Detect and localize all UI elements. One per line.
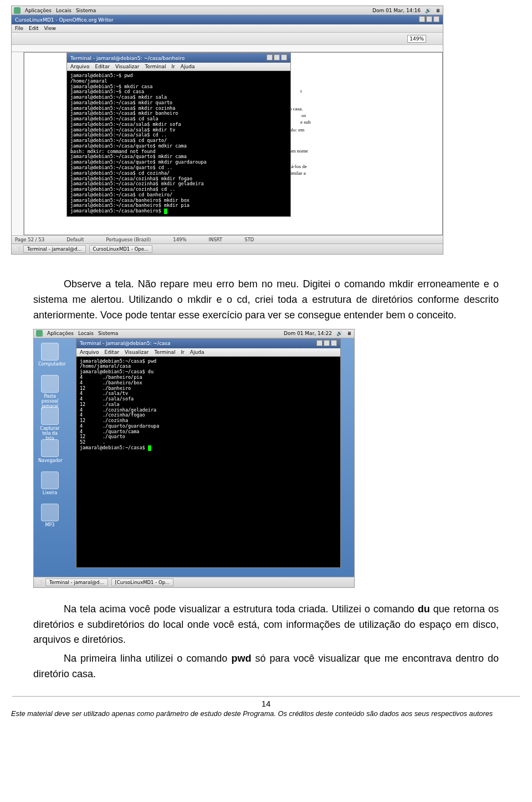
openoffice-statusbar: Page 52 / 53 Default Portuguese (Brazil)… bbox=[12, 235, 443, 243]
terminal-title: Terminal - jamaral@debian5: ~/casa/banhe… bbox=[70, 55, 185, 61]
show-desktop-icon[interactable]: ⬜ bbox=[14, 246, 20, 252]
terminal-titlebar: Terminal - jamaral@debian5: ~/casa bbox=[76, 339, 340, 348]
screenshot-1: Aplicações Locais Sistema Dom 01 Mar, 14… bbox=[11, 6, 443, 255]
text-fragment: Na tela acima você pode visualizar a est… bbox=[64, 603, 418, 615]
menu-places[interactable]: Locais bbox=[78, 331, 94, 336]
desktop-icon-label: Capturar tela da tela bbox=[40, 426, 59, 441]
oo-menu-file[interactable]: File bbox=[15, 26, 23, 31]
desktop-icon-home[interactable]: Pasta pessoal jamaral bbox=[38, 375, 62, 409]
desktop-icon-computer[interactable]: Computador bbox=[38, 343, 62, 367]
close-icon[interactable] bbox=[281, 54, 287, 60]
openoffice-titlebar: CursoLinuxMD1 - OpenOffice.org Writer bbox=[12, 15, 443, 24]
terminal-titlebar: Terminal - jamaral@debian5: ~/casa/banhe… bbox=[67, 53, 290, 63]
volume-icon[interactable]: 🔊 bbox=[425, 8, 431, 13]
close-icon[interactable] bbox=[331, 340, 337, 346]
terminal-window: Terminal - jamaral@debian5: ~/casa/banhe… bbox=[66, 53, 291, 217]
menu-system[interactable]: Sistema bbox=[76, 8, 96, 13]
terminal-output[interactable]: jamaral@debian5:~$ pwd /home/jamaral jam… bbox=[67, 71, 290, 216]
menu-places[interactable]: Locais bbox=[56, 8, 71, 13]
close-icon[interactable] bbox=[433, 16, 439, 22]
terminal-output[interactable]: jamaral@debian5:~/casa$ pwd /home/jamara… bbox=[76, 357, 340, 567]
gnome-taskbar: ⬜ Terminal - jamaral@d... [CursoLinuxMD1… bbox=[34, 577, 354, 587]
term-menu-arquivo[interactable]: Arquivo bbox=[80, 349, 99, 355]
term-menu-ajuda[interactable]: Ajuda bbox=[181, 64, 195, 69]
oo-menu-view[interactable]: View bbox=[44, 26, 56, 31]
gnome-top-panel: Aplicações Locais Sistema Dom 01 Mar, 14… bbox=[12, 6, 443, 15]
openoffice-ruler bbox=[12, 45, 443, 52]
command-pwd: pwd bbox=[231, 653, 251, 664]
maximize-icon[interactable] bbox=[426, 16, 432, 22]
status-style: Default bbox=[66, 237, 84, 242]
term-menu-ajuda[interactable]: Ajuda bbox=[190, 349, 204, 355]
desktop-icon-trash[interactable]: Lixeira bbox=[38, 471, 62, 495]
desktop-icon-mp3[interactable]: MP3 bbox=[38, 504, 62, 527]
taskbar-button-terminal[interactable]: Terminal - jamaral@d... bbox=[23, 245, 86, 253]
terminal-title: Terminal - jamaral@debian5: ~/casa bbox=[80, 341, 171, 346]
doc-fragment: plo: em bbox=[289, 127, 304, 133]
desktop-area: Computador Pasta pessoal jamaral Captura… bbox=[34, 338, 354, 577]
status-insert: INSRT bbox=[209, 237, 223, 242]
menu-applications[interactable]: Aplicações bbox=[47, 331, 74, 336]
command-du: du bbox=[418, 603, 430, 615]
term-menu-editar[interactable]: Editar bbox=[95, 64, 110, 69]
oo-menu-edit[interactable]: Edit bbox=[29, 26, 38, 31]
clock-label: Dom 01 Mar, 14:16 bbox=[372, 8, 421, 13]
desktop-icon-browser[interactable]: Navegador bbox=[38, 439, 62, 463]
doc-fragment: sá-los de bbox=[289, 164, 307, 169]
taskbar-button-writer[interactable]: CursoLinuxMD1 - Ope... bbox=[89, 245, 153, 253]
minimize-icon[interactable] bbox=[419, 16, 425, 22]
vertical-ruler bbox=[12, 52, 24, 235]
terminal-menubar: Arquivo Editar Visualizar Terminal Ir Aj… bbox=[67, 63, 290, 71]
desktop-icon-label: Computador bbox=[38, 362, 66, 367]
doc-fragment: r bbox=[300, 88, 302, 94]
paragraph-3: Na primeira linha utilizei o comando pwd… bbox=[33, 651, 499, 682]
doc-fragment: o casa. bbox=[289, 106, 303, 111]
monitor-icon[interactable]: 🖥 bbox=[347, 331, 352, 336]
gnome-foot-icon bbox=[14, 7, 21, 14]
term-menu-ir[interactable]: Ir bbox=[181, 349, 184, 355]
document-page: r o casa. os e sub plo: em com nome sá-l… bbox=[24, 52, 443, 235]
monitor-icon[interactable]: 🖥 bbox=[436, 8, 441, 13]
terminal-menubar: Arquivo Editar Visualizar Terminal Ir Aj… bbox=[76, 348, 340, 357]
term-menu-visualizar[interactable]: Visualizar bbox=[115, 64, 139, 69]
gnome-foot-icon bbox=[36, 330, 43, 337]
show-desktop-icon[interactable]: ⬜ bbox=[36, 580, 42, 585]
page-number: 14 bbox=[0, 699, 532, 708]
doc-fragment: os bbox=[301, 113, 306, 118]
menu-system[interactable]: Sistema bbox=[98, 331, 118, 336]
doc-fragment: imilar a bbox=[290, 170, 306, 176]
doc-fragment: e sub bbox=[300, 119, 311, 125]
desktop-icon-screenshot[interactable]: Capturar tela da tela bbox=[38, 407, 62, 441]
maximize-icon[interactable] bbox=[274, 54, 280, 60]
desktop-icon-label: Pasta pessoal jamaral bbox=[42, 394, 58, 409]
menu-applications[interactable]: Aplicações bbox=[25, 8, 52, 13]
openoffice-menubar: File Edit View bbox=[12, 24, 443, 33]
openoffice-toolbar: 149% bbox=[12, 33, 443, 45]
document-area: r o casa. os e sub plo: em com nome sá-l… bbox=[12, 52, 443, 235]
minimize-icon[interactable] bbox=[316, 340, 323, 346]
status-lang: Portuguese (Brazil) bbox=[106, 237, 151, 242]
taskbar-button-terminal[interactable]: Terminal - jamaral@d... bbox=[45, 578, 108, 586]
status-zoom: 149% bbox=[173, 237, 186, 242]
status-page: Page 52 / 53 bbox=[15, 237, 44, 242]
term-menu-ir[interactable]: Ir bbox=[171, 64, 175, 69]
maximize-icon[interactable] bbox=[324, 340, 330, 346]
term-menu-visualizar[interactable]: Visualizar bbox=[125, 349, 149, 355]
term-menu-terminal[interactable]: Terminal bbox=[145, 64, 166, 69]
paragraph-1: Observe a tela. Não repare meu erro bem … bbox=[33, 277, 499, 323]
openoffice-title: CursoLinuxMD1 - OpenOffice.org Writer bbox=[15, 17, 114, 23]
term-menu-terminal[interactable]: Terminal bbox=[154, 349, 175, 355]
article-body: Na tela acima você pode visualizar a est… bbox=[33, 602, 499, 682]
volume-icon[interactable]: 🔊 bbox=[336, 331, 342, 336]
gnome-taskbar: ⬜ Terminal - jamaral@d... CursoLinuxMD1 … bbox=[12, 243, 443, 254]
zoom-field[interactable]: 149% bbox=[407, 35, 426, 43]
screenshot-2: Aplicações Locais Sistema Dom 01 Mar, 14… bbox=[33, 329, 355, 588]
taskbar-button-writer[interactable]: [CursoLinuxMD1 - Op... bbox=[111, 578, 174, 586]
clock-label: Dom 01 Mar, 14:22 bbox=[284, 331, 332, 336]
desktop-icon-label: Lixeira bbox=[43, 490, 58, 495]
term-menu-arquivo[interactable]: Arquivo bbox=[70, 64, 89, 69]
text-fragment: Na primeira linha utilizei o comando bbox=[64, 653, 231, 664]
minimize-icon[interactable] bbox=[267, 54, 273, 60]
term-menu-editar[interactable]: Editar bbox=[104, 349, 119, 355]
footer-divider bbox=[12, 696, 520, 697]
